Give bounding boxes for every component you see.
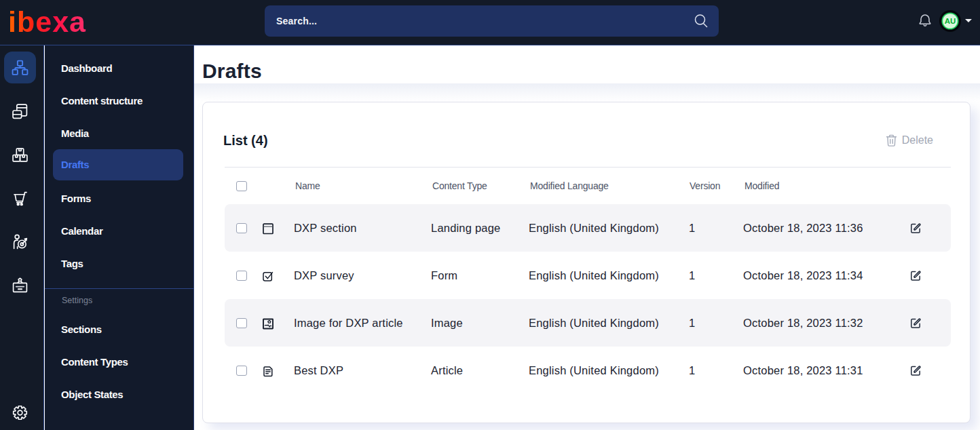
svg-text:AU: AU [945, 17, 956, 25]
